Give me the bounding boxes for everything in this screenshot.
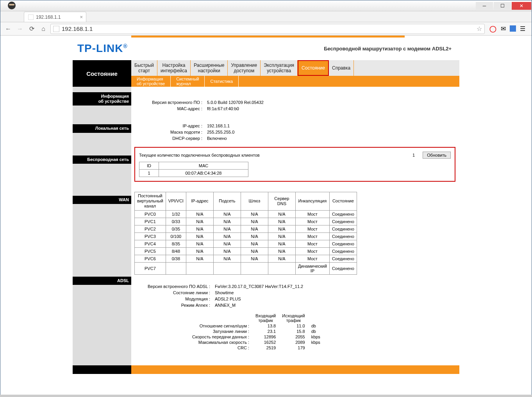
url-text: 192.168.1.1	[62, 25, 477, 32]
left-column: Информацияоб устройстве Локальная сеть Б…	[73, 87, 131, 365]
window-maximize-button[interactable]: ☐	[494, 2, 511, 10]
right-column: Версия встроенного ПО :5.0.0 Build 12070…	[131, 87, 459, 365]
main-tabs: БыстрыйстартНастройкаинтерфейсаРасширенн…	[131, 60, 459, 76]
snr-unit: db	[308, 323, 323, 329]
wan-row: PVC7ДинамическийIPСоединено	[135, 262, 357, 274]
snr-up: 11.0	[279, 323, 308, 329]
adsl-info-block: Версия встроенного ПО ADSL :FwVer:3.20.1…	[134, 278, 459, 354]
wan-th-ip: IP-адрес	[186, 192, 213, 211]
wan-th-pvc: Постоянныйвиртуальныйканал	[135, 192, 166, 211]
crc-down: 2519	[252, 345, 279, 351]
wlan-clients-count: 1	[412, 153, 415, 157]
wan-row: PVC58/48N/AN/AN/AN/AМостСоединено	[135, 247, 357, 255]
mail-icon[interactable]: ✉	[500, 25, 507, 32]
window-titlebar: ─ ☐ ✕	[0, 0, 532, 11]
wan-th-dns: Сервер DNS	[268, 192, 295, 211]
window-minimize-button[interactable]: ─	[476, 2, 493, 10]
mac-value: f8:1a:67:cf:40:b0	[205, 106, 459, 111]
adsl-mod-label: Модуляция :	[134, 297, 212, 301]
adsl-fw-label: Версия встроенного ПО ADSL :	[134, 284, 212, 289]
adsl-mod-value: ADSL2 PLUS	[212, 297, 459, 301]
wlan-clients-label: Текущее количество подключенных беспрово…	[139, 153, 405, 157]
wlan-th-mac: MAC	[159, 162, 248, 170]
tplink-logo: TP-LINK®	[77, 42, 128, 55]
app-icon	[8, 2, 16, 9]
wan-th-subnet: Подсеть	[213, 192, 241, 211]
address-bar[interactable]: 192.168.1.1 ☆	[50, 24, 485, 34]
wan-th-gw: Шлюз	[241, 192, 268, 211]
router-header: TP-LINK® Беспроводной маршрутизатор с мо…	[73, 38, 459, 60]
reload-button[interactable]: ⟳	[27, 24, 36, 34]
main-tab-0[interactable]: Быстрыйстарт	[131, 60, 157, 76]
page-icon	[53, 26, 59, 32]
bookmark-star-icon[interactable]: ☆	[477, 25, 482, 32]
section-label-wan: WAN	[73, 196, 131, 204]
main-tab-5[interactable]: Состояние	[298, 60, 329, 76]
adsl-stats-table: Входящийтрафик Исходящийтрафик Отношение…	[189, 313, 323, 351]
page-viewport: TP-LINK® Беспроводной маршрутизатор с мо…	[0, 36, 532, 397]
wan-th-vpi: VPI/VCI	[166, 192, 186, 211]
main-tab-1[interactable]: Настройкаинтерфейса	[157, 60, 191, 76]
lan-dhcp-value: Включено	[205, 136, 459, 141]
adsl-fw-value: FwVer:3.20.17.0_TC3087 HwVer:T14.F7_11.2	[212, 284, 459, 289]
device-description: Беспроводной маршрутизатор с модемом ADS…	[324, 46, 452, 52]
lan-ip-value: 192.168.1.1	[205, 123, 459, 128]
browser-tabbar: 192.168.1.1 ×	[0, 11, 532, 22]
home-button[interactable]: ⌂	[39, 24, 48, 34]
wlan-row: 100:07:AB:C4:34:28	[139, 170, 248, 177]
main-tab-4[interactable]: Эксплуатацияустройства	[261, 60, 298, 76]
sub-tabs: Информацияоб устройствеСистемныйжурналСт…	[131, 76, 459, 87]
browser-tab[interactable]: 192.168.1.1 ×	[24, 12, 86, 22]
main-tab-2[interactable]: Расширенныенастройки	[191, 60, 228, 76]
tab-title: 192.168.1.1	[36, 14, 61, 20]
up-header: Исходящийтрафик	[279, 313, 308, 323]
menu-icon[interactable]: ☰	[519, 25, 526, 32]
wlan-box: Текущее количество подключенных беспрово…	[134, 147, 455, 182]
wan-row: PVC60/38N/AN/AN/AN/AМостСоединено	[135, 255, 357, 262]
wan-th-encap: Инкапсуляция	[295, 192, 329, 211]
wan-row: PVC20/35N/AN/AN/AN/AМостСоединено	[135, 225, 357, 232]
window-close-button[interactable]: ✕	[512, 2, 531, 10]
image-icon[interactable]	[510, 25, 516, 32]
section-label-device: Информацияоб устройстве	[73, 92, 131, 106]
fw-label: Версия встроенного ПО :	[134, 100, 205, 105]
wan-th-state: Состояние	[329, 192, 357, 211]
main-tab-6[interactable]: Справка	[329, 60, 354, 76]
att-unit: db	[308, 329, 323, 334]
lan-ip-label: IP-адрес :	[134, 123, 205, 128]
section-label-wlan: Беспроводная сеть	[73, 156, 131, 164]
max-up: 2089	[279, 340, 308, 345]
sub-tab-2[interactable]: Статистика	[205, 76, 239, 87]
att-up: 15.8	[279, 329, 308, 334]
wlan-th-id: ID	[139, 162, 159, 170]
adsl-annex-label: Режим Annex :	[134, 303, 212, 308]
tab-close-button[interactable]: ×	[80, 14, 83, 20]
lan-info-block: IP-адрес :192.168.1.1 Маска подсети :255…	[134, 117, 459, 145]
tab-favicon	[28, 14, 34, 20]
att-down: 23.1	[252, 329, 279, 334]
refresh-button[interactable]: Обновить	[423, 152, 451, 159]
adsl-line-value: Showtime	[212, 290, 459, 295]
snr-down: 13.8	[252, 323, 279, 329]
main-tab-3[interactable]: Управлениедоступом	[228, 60, 261, 76]
snr-label: Отношение сигнал/шум :	[189, 323, 252, 329]
max-down: 16252	[252, 340, 279, 345]
lan-mask-label: Маска подсети :	[134, 130, 205, 134]
rate-unit: kbps	[308, 334, 323, 340]
sub-tab-0[interactable]: Информацияоб устройстве	[131, 76, 171, 87]
sub-tab-1[interactable]: Системныйжурнал	[171, 76, 205, 87]
adsl-annex-value: ANNEX_M	[212, 303, 459, 308]
crc-label: CRC :	[189, 345, 252, 351]
back-button[interactable]: ←	[4, 24, 13, 34]
browser-toolbar: ← → ⟳ ⌂ 192.168.1.1 ☆ ◯ ✉ ☰	[0, 22, 532, 36]
footer-black	[73, 365, 131, 374]
footer-orange	[131, 365, 459, 374]
wan-row: PVC10/33N/AN/AN/AN/AМостСоединено	[135, 218, 357, 225]
crc-up: 179	[279, 345, 308, 351]
down-header: Входящийтрафик	[252, 313, 279, 323]
nav-page-title: Состояние	[73, 60, 131, 87]
forward-button[interactable]: →	[15, 24, 25, 34]
wlan-clients-table: IDMAC 100:07:AB:C4:34:28	[139, 162, 248, 177]
adblock-icon[interactable]: ◯	[489, 25, 496, 32]
section-label-adsl: ADSL	[73, 277, 131, 285]
